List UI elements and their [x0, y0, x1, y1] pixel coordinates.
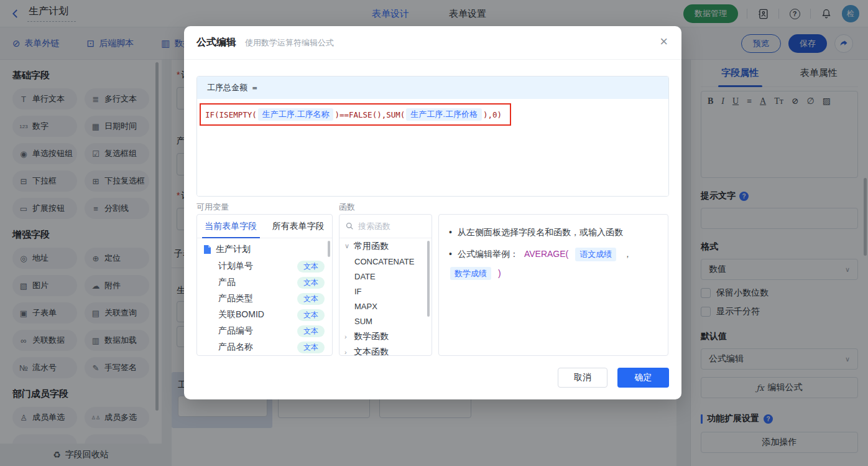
bullet-icon: •: [449, 226, 452, 239]
help-panel: •从左侧面板选择字段名和函数，或输入函数•公式编辑举例：AVERAGE(语文成绩…: [438, 214, 668, 356]
variable-type-badge: 文本: [297, 309, 325, 321]
variable-type-badge: 文本: [297, 277, 325, 289]
search-icon: [346, 222, 354, 230]
formula-input-area[interactable]: IF(ISEMPTY(生产工序.工序名称)==FALSE(),SUM(生产工序.…: [197, 99, 668, 197]
functions-scrollbar[interactable]: [427, 241, 430, 317]
formula-code: ),0): [483, 110, 502, 119]
help-tip: •公式编辑举例：AVERAGE(语文成绩，数学成绩): [449, 248, 658, 280]
annotation-rectangle: IF(ISEMPTY(生产工序.工序名称)==FALSE(),SUM(生产工序.…: [200, 103, 511, 126]
function-item-DATE[interactable]: DATE: [339, 269, 432, 284]
functions-panel: 搜索函数 ∨常用函数CONCATENATEDATEIFMAPXSUM›数学函数›…: [339, 214, 432, 356]
function-group-label: 数学函数: [354, 331, 389, 342]
modal-title: 公式编辑: [196, 36, 236, 49]
functions-label: 函数: [339, 202, 355, 213]
search-placeholder: 搜索函数: [358, 221, 390, 232]
modal-header: 公式编辑 使用数学运算符编辑公式: [184, 26, 681, 60]
tab-all-form-fields[interactable]: 所有表单字段: [265, 215, 333, 238]
modal-subtitle: 使用数学运算符编辑公式: [245, 37, 334, 49]
help-tip: •从左侧面板选择字段名和函数，或输入函数: [449, 226, 658, 239]
formula-box: 工序总金额 = IF(ISEMPTY(生产工序.工序名称)==FALSE(),S…: [196, 76, 669, 197]
function-item-CONCATENATE[interactable]: CONCATENATE: [339, 254, 432, 269]
chevron-down-icon: ∨: [344, 242, 351, 250]
example-field-chip: 语文成绩: [575, 248, 616, 261]
variable-row[interactable]: 产品文本: [197, 274, 332, 291]
example-field-chip: 数学成绩: [450, 267, 491, 281]
variable-row[interactable]: 产品类型文本: [197, 291, 332, 307]
function-item-IF[interactable]: IF: [339, 284, 432, 299]
function-search[interactable]: 搜索函数: [339, 215, 432, 238]
tab-current-form-fields[interactable]: 当前表单字段: [197, 215, 265, 238]
variables-scrollbar[interactable]: [328, 241, 330, 257]
help-text: ): [498, 267, 501, 280]
bullet-icon: •: [449, 248, 452, 261]
app: 生产计划 表单设计表单设置 数据管理 ? 检: [0, 0, 868, 466]
variable-name: 计划单号: [218, 261, 253, 272]
function-item-SUM[interactable]: SUM: [339, 314, 432, 329]
function-group-文本函数[interactable]: ›文本函数: [339, 344, 432, 356]
chevron-right-icon: ›: [344, 348, 351, 356]
variable-name: 产品名称: [218, 342, 253, 353]
function-group-常用函数[interactable]: ∨常用函数: [339, 238, 432, 254]
variable-name: 关联BOMID: [218, 309, 264, 320]
formula-editor-modal: 公式编辑 使用数学运算符编辑公式 × 工序总金额 = IF(ISEMPTY(生产…: [184, 26, 681, 399]
close-icon[interactable]: ×: [660, 35, 668, 49]
formula-field-chip: 生产工序.工序价格: [406, 108, 482, 121]
variable-name: 产品: [218, 277, 236, 288]
help-text: AVERAGE(: [524, 248, 568, 261]
variables-label: 可用变量: [196, 202, 229, 213]
formula-target: 工序总金额 =: [197, 77, 668, 99]
variable-type-badge: 文本: [297, 261, 325, 273]
variable-row[interactable]: 产品编号文本: [197, 323, 332, 339]
help-text: 从左侧面板选择字段名和函数，或输入函数: [458, 226, 623, 239]
variable-name: 产品编号: [218, 325, 253, 337]
confirm-button[interactable]: 确定: [617, 368, 669, 388]
form-tree-root[interactable]: 生产计划: [197, 238, 332, 258]
chevron-right-icon: ›: [344, 333, 351, 340]
variable-type-badge: 文本: [297, 325, 325, 337]
formula-field-chip: 生产工序.工序名称: [258, 108, 334, 121]
function-group-label: 常用函数: [354, 241, 389, 252]
variable-type-badge: 文本: [297, 342, 325, 353]
variable-type-badge: 文本: [297, 293, 325, 305]
function-item-MAPX[interactable]: MAPX: [339, 299, 432, 314]
function-group-label: 文本函数: [354, 347, 389, 356]
variable-row[interactable]: 计划单号文本: [197, 258, 332, 274]
formula-code: IF(ISEMPTY(: [205, 110, 257, 119]
variable-row[interactable]: 关联BOMID文本: [197, 307, 332, 323]
help-text: 公式编辑举例：: [458, 248, 519, 261]
formula-code: )==FALSE(),SUM(: [335, 110, 405, 119]
cancel-button[interactable]: 取消: [558, 368, 607, 388]
variables-panel: 当前表单字段所有表单字段 生产计划 计划单号文本产品文本产品类型文本关联BOMI…: [196, 214, 333, 356]
help-text: ，: [623, 248, 632, 261]
document-icon: [203, 245, 211, 254]
variable-name: 产品类型: [218, 293, 253, 304]
variable-row[interactable]: 产品名称文本: [197, 339, 332, 355]
function-group-数学函数[interactable]: ›数学函数: [339, 329, 432, 344]
